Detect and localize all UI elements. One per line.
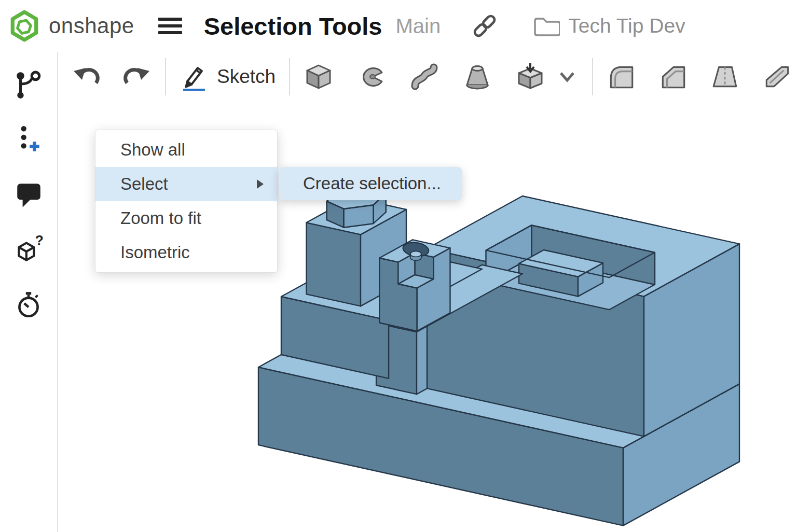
sweep-icon (410, 62, 439, 91)
rib-icon (762, 62, 792, 92)
thicken-button[interactable] (515, 62, 545, 92)
comments-icon[interactable] (13, 179, 44, 209)
sketch-button[interactable]: Sketch (180, 62, 276, 92)
fillet-button[interactable] (607, 62, 637, 92)
submenu-arrow-icon (257, 179, 264, 189)
version-graph-icon[interactable] (13, 69, 44, 100)
toolbar-separator (165, 58, 166, 95)
brand-wordmark: onshape (49, 13, 134, 38)
menu-item-zoom-to-fit[interactable]: Zoom to fit (95, 201, 277, 235)
extrude-button[interactable] (304, 62, 334, 92)
undo-icon (72, 62, 101, 91)
draft-button[interactable] (710, 62, 740, 92)
menu-item-select[interactable]: Select (95, 167, 277, 201)
thicken-icon (516, 62, 545, 91)
rib-button[interactable] (762, 62, 792, 92)
fillet-icon (607, 62, 637, 92)
redo-icon (122, 62, 151, 91)
chamfer-button[interactable] (658, 62, 689, 92)
share-link-button[interactable] (470, 11, 500, 41)
link-icon (470, 11, 500, 41)
menu-item-show-all[interactable]: Show all (95, 133, 277, 167)
context-menu: Show all Select Zoom to fit Isometric (95, 130, 278, 273)
draft-icon (710, 62, 740, 92)
more-features-button[interactable] (556, 62, 579, 92)
add-item-icon[interactable] (13, 124, 44, 155)
loft-button[interactable] (462, 62, 492, 92)
svg-text:?: ? (35, 234, 43, 248)
undo-button[interactable] (72, 62, 102, 92)
revolve-button[interactable] (356, 62, 387, 92)
folder-icon (533, 15, 560, 37)
document-title: Selection Tools (204, 12, 382, 40)
sketch-pencil-icon (180, 62, 209, 92)
feature-toolbar: Sketch (58, 52, 797, 102)
model-canvas[interactable]: Show all Select Zoom to fit Isometric Cr… (58, 102, 797, 532)
submenu-item-create-selection[interactable]: Create selection... (279, 167, 462, 200)
onshape-logo-icon[interactable] (8, 10, 40, 42)
menu-item-isometric[interactable]: Isometric (95, 235, 277, 270)
chamfer-icon (658, 62, 689, 92)
hamburger-menu-icon[interactable] (158, 18, 182, 34)
help-cube-icon[interactable]: ? (13, 234, 44, 264)
sketch-label: Sketch (217, 66, 276, 88)
top-bar: onshape Selection Tools Main Tech Tip De… (0, 0, 797, 52)
redo-button[interactable] (121, 62, 152, 92)
chevron-down-icon (557, 68, 578, 86)
timer-icon[interactable] (13, 289, 44, 319)
toolbar-separator (592, 58, 593, 95)
left-rail: ? (0, 52, 58, 532)
breadcrumb-folder[interactable]: Tech Tip Dev (533, 15, 685, 37)
folder-name: Tech Tip Dev (568, 15, 685, 37)
revolve-icon (357, 62, 386, 91)
toolbar-separator (289, 58, 290, 95)
sweep-button[interactable] (409, 62, 439, 92)
loft-icon (463, 62, 492, 91)
workspace-label[interactable]: Main (396, 15, 441, 38)
extrude-icon (304, 62, 333, 91)
